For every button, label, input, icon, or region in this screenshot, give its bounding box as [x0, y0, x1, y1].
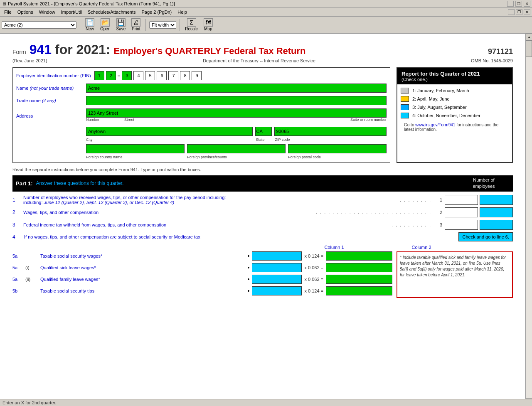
q1-line: 1	[434, 197, 442, 202]
ein-cell-5[interactable]: 5	[145, 71, 155, 80]
restore-button[interactable]: ❐	[515, 1, 522, 7]
p5aii-col2-input[interactable]	[326, 275, 392, 284]
form-year: for 2021:	[55, 42, 110, 57]
ein-cell-3[interactable]: 3	[122, 71, 132, 80]
quarter-items: 1: January, February, March 2: April, Ma…	[397, 84, 512, 137]
new-icon: 📄	[85, 18, 94, 27]
trade-label: Trade name (if any)	[16, 98, 83, 103]
form-area: Form 941 for 2021: Employer's QUARTERLY …	[0, 34, 525, 405]
save-button[interactable]: 💾 Save	[114, 18, 127, 32]
ein-cell-9[interactable]: 9	[192, 71, 202, 80]
menu-item-page2[interactable]: Page 2 (PgDn)	[139, 9, 174, 15]
status-bar: Enter an X for 2nd quarter.	[0, 399, 532, 405]
q4-text: If no wages, tips, and other compensatio…	[24, 234, 455, 239]
ein-cell-8[interactable]: 8	[180, 71, 190, 80]
menu-item-file[interactable]: File	[2, 9, 14, 15]
ein-cell-1[interactable]: 1	[94, 71, 104, 80]
quarter-item-4[interactable]: 4: October, November, December	[401, 113, 509, 118]
p5a-num: 5a	[12, 253, 23, 258]
q2-right-input[interactable]	[480, 207, 513, 217]
ein-cell-2[interactable]: 2	[106, 71, 116, 80]
check-go-button[interactable]: Check and go to line 6.	[458, 232, 513, 241]
p5a-row: 5a Taxable social security wages* • x 0.…	[12, 251, 392, 261]
q3-color[interactable]	[401, 104, 409, 110]
menu-item-schedules[interactable]: Schedules/Attachments	[85, 9, 138, 15]
q1-right-input[interactable]	[480, 195, 513, 205]
ein-cell-6[interactable]: 6	[157, 71, 167, 80]
p5b-num: 5b	[12, 288, 23, 293]
state-input[interactable]	[255, 127, 272, 136]
app-min-button[interactable]: _	[508, 9, 515, 15]
p5a-col2-input[interactable]	[326, 251, 392, 261]
print-button[interactable]: 🖨 Print	[130, 18, 142, 32]
q3-line: 3	[434, 222, 442, 227]
ein-cell-7[interactable]: 7	[168, 71, 178, 80]
q2-dots: . . . . . . . . . . . . . . . . . . . . …	[316, 210, 431, 215]
app-icon: 🖥	[2, 1, 6, 6]
q1-color[interactable]	[401, 88, 409, 94]
col1-header: Column 1	[305, 245, 363, 250]
foreign-postal-input[interactable]	[288, 144, 387, 153]
app-close-button[interactable]: ✕	[524, 9, 530, 15]
quarter-item-1[interactable]: 1: January, February, March	[401, 88, 509, 94]
p5ai-col2-input[interactable]	[326, 263, 392, 272]
q2-input-area	[445, 207, 513, 217]
menu-item-help[interactable]: Help	[175, 9, 190, 15]
ein-row: Employer identification number (EIN) 1 2…	[16, 71, 387, 80]
p5ai-col1-input[interactable]	[252, 263, 302, 272]
title-bar-text: Payroll System 2021 - [Employer's Quarte…	[8, 1, 175, 6]
name-input[interactable]	[86, 84, 387, 93]
menu-item-window[interactable]: Window	[37, 9, 58, 15]
trade-input[interactable]	[86, 96, 387, 105]
q3-right-input[interactable]	[480, 220, 513, 230]
scroll-thumb[interactable]	[526, 40, 532, 57]
quarter-website: Go to www.irs.gov/Form941 for instructio…	[401, 121, 509, 133]
q4-color[interactable]	[401, 113, 409, 118]
menu-item-options[interactable]: Options	[15, 9, 36, 15]
scroll-up-button[interactable]: ▲	[526, 34, 532, 40]
zip-input[interactable]	[274, 127, 387, 136]
q3-text: Federal income tax withheld from wages, …	[23, 222, 389, 227]
new-button[interactable]: 📄 New	[84, 18, 96, 32]
q1-left-input[interactable]	[445, 195, 478, 205]
quarter-item-3[interactable]: 3: July, August, September	[401, 104, 509, 110]
open-button[interactable]: 📂 Open	[99, 18, 112, 32]
p5a-col1-input[interactable]	[252, 251, 302, 261]
ein-cell-4[interactable]: 4	[133, 71, 143, 80]
form-941: 941	[30, 42, 52, 57]
foreign-country-input[interactable]	[86, 144, 185, 153]
fit-select[interactable]: Fit width	[149, 21, 176, 29]
recalc-button[interactable]: Σ Recalc	[183, 18, 200, 32]
q3-left-input[interactable]	[445, 220, 478, 230]
part1-label: Part 1:	[16, 180, 32, 187]
quarter-subtext: (Check one.)	[401, 77, 508, 82]
minimize-button[interactable]: —	[507, 1, 514, 7]
part1-text: Answer these questions for this quarter.	[36, 180, 123, 186]
q1-input-area	[445, 195, 513, 205]
quarter-item-2[interactable]: 2: April, May, June	[401, 96, 509, 102]
quarter-link[interactable]: www.irs.gov/Form941	[415, 123, 455, 127]
p5aii-col1-input[interactable]	[252, 275, 302, 284]
map-button[interactable]: 🗺 Map	[202, 18, 214, 32]
address-input[interactable]	[86, 108, 387, 118]
city-input[interactable]	[86, 127, 253, 136]
close-button[interactable]: ✕	[524, 1, 530, 7]
foreign-row	[86, 144, 387, 153]
foreign-province-input[interactable]	[187, 144, 286, 153]
title-bar-controls[interactable]: — ❐ ✕	[507, 1, 530, 7]
company-select[interactable]: Acme (2)	[2, 21, 76, 29]
p5b-col2-input[interactable]	[326, 286, 392, 295]
menu-item-importutil[interactable]: Import/Util	[59, 9, 84, 15]
p5aii-row: 5a (ii) Qualified family leave wages* • …	[12, 275, 392, 284]
print-icon: 🖨	[131, 18, 140, 27]
name-label: Name (not your trade name)	[16, 86, 83, 91]
p5b-col1-input[interactable]	[252, 286, 302, 295]
menu-bar: File Options Window Import/Util Schedule…	[0, 8, 532, 17]
app-restore-button[interactable]: ❐	[516, 9, 522, 15]
scroll-track[interactable]	[526, 40, 532, 398]
q2-left-input[interactable]	[445, 207, 478, 217]
q2-row: 2 Wages, tips, and other compensation . …	[12, 207, 513, 217]
quarter-header: Report for this Quarter of 2021 (Check o…	[397, 68, 512, 84]
q2-color[interactable]	[401, 96, 409, 102]
part5-rows: 5a Taxable social security wages* • x 0.…	[12, 251, 392, 298]
